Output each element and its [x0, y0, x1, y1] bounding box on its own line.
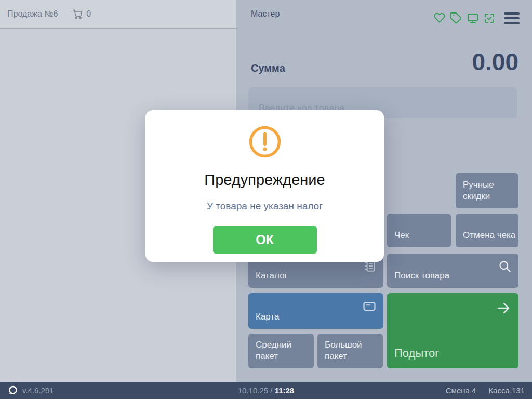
modal-message: У товара не указан налог — [207, 201, 323, 212]
search-icon — [498, 259, 512, 273]
manual-discounts-button[interactable]: Ручные скидки — [456, 173, 518, 208]
button-label: Отмена чека — [463, 230, 515, 241]
pos-app: Продажа №6 0 Мастер — [0, 0, 532, 399]
button-label: Ручные скидки — [463, 179, 512, 202]
cart-indicator: 0 — [72, 9, 91, 20]
arrow-right-icon — [496, 300, 511, 316]
sum-value: 0.00 — [472, 50, 518, 74]
sale-title: Продажа №6 — [7, 9, 58, 19]
check-button[interactable]: Чек — [387, 214, 451, 247]
status-separator: / — [270, 386, 272, 395]
sale-header: Продажа №6 0 — [0, 0, 236, 29]
heart-icon[interactable] — [433, 12, 446, 24]
sum-label: Сумма — [251, 62, 285, 74]
button-label: Карта — [256, 311, 280, 323]
status-date: 10.10.25 — [238, 386, 268, 395]
large-bag-button[interactable]: Большой пакет — [317, 334, 383, 368]
button-label: Средний пакет — [256, 339, 308, 362]
menu-icon[interactable] — [504, 12, 520, 24]
status-bar: v.4.6.291 10.10.25 / 11:28 Смена 4 Касса… — [0, 382, 532, 399]
cart-icon — [72, 9, 83, 20]
button-label: Поиск товара — [394, 270, 449, 282]
button-label: Каталог — [256, 270, 288, 282]
card-button[interactable]: Карта — [248, 293, 383, 329]
header-icons — [433, 12, 520, 24]
user-name[interactable]: Мастер — [251, 9, 280, 19]
subtotal-button[interactable]: Подытог — [387, 293, 518, 368]
scan-check-icon[interactable] — [483, 12, 496, 24]
status-datetime: 10.10.25 / 11:28 — [0, 386, 532, 395]
cart-count: 0 — [86, 9, 91, 19]
button-label: Чек — [394, 230, 409, 241]
warning-modal: Предупреждение У товара не указан налог … — [145, 110, 384, 262]
tag-icon[interactable] — [450, 12, 462, 24]
modal-title: Предупреждение — [204, 171, 325, 189]
warning-icon — [249, 126, 281, 158]
medium-bag-button[interactable]: Средний пакет — [248, 334, 314, 368]
credit-card-icon — [362, 299, 377, 313]
search-product-button[interactable]: Поиск товара — [387, 254, 518, 288]
status-time: 11:28 — [275, 386, 295, 395]
display-icon[interactable] — [467, 12, 479, 24]
ok-button[interactable]: ОК — [213, 226, 317, 254]
cancel-check-button[interactable]: Отмена чека — [456, 214, 518, 247]
button-label: Подытог — [394, 346, 439, 361]
button-label: Большой пакет — [325, 339, 377, 362]
